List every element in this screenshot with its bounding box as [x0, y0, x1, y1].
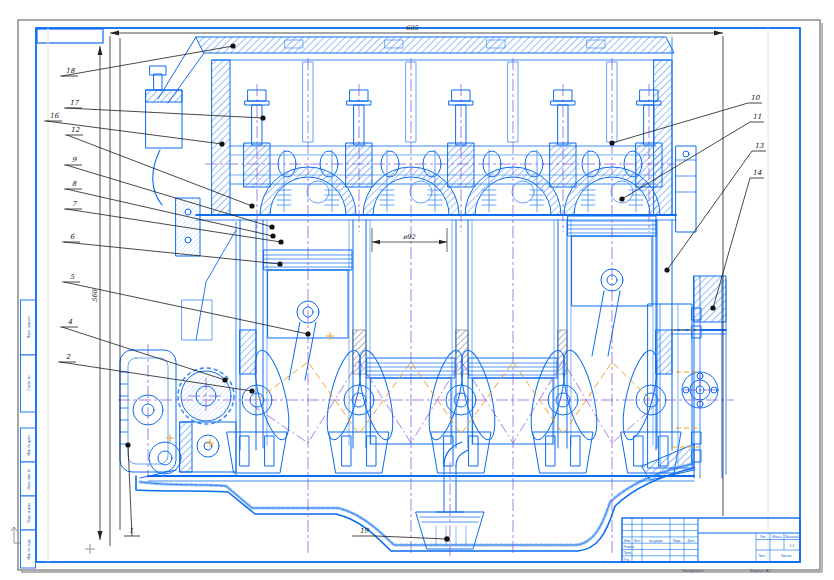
callout-label: 17 [70, 99, 80, 107]
callout-label: 8 [72, 180, 77, 188]
margin-box-label: Подп. и дата [27, 503, 31, 523]
margin-box-label: Инв. № подл. [27, 538, 31, 559]
callout-label: 13 [755, 142, 764, 150]
callout-label: 12 [71, 126, 80, 134]
footer-format-label: Формат A2 [749, 568, 771, 573]
callout-label: 10 [751, 94, 760, 102]
dim-left-value: 560 [91, 289, 99, 302]
footer-copy-label: Копировал [683, 568, 705, 573]
callout-label: 6 [70, 233, 75, 241]
callout-label: 18 [66, 67, 75, 75]
drawing-page: Перв. примен. Справ. № Инв. № дубл. Взам… [0, 0, 834, 580]
margin-box-label: Справ. № [27, 375, 31, 391]
tb-col-data: Дата [687, 539, 694, 543]
callout-label: 14 [753, 169, 762, 177]
cad-sheet-canvas[interactable]: Перв. примен. Справ. № Инв. № дубл. Взам… [0, 0, 834, 580]
callout-label: 19 [360, 527, 369, 535]
margin-box-label: Взам. инв. № [27, 468, 31, 489]
margin-box-label: Перв. примен. [27, 316, 31, 339]
tb-scale-value: 1:1 [790, 544, 795, 548]
tb-scale-label: Масштаб [785, 535, 799, 539]
callout-label: 5 [70, 273, 75, 281]
callout-label: 4 [68, 318, 73, 326]
callout-label: 1 [129, 527, 133, 535]
callout-label: 11 [753, 113, 762, 121]
callout-label: 2 [66, 353, 71, 361]
dim-bore-value: ø92 [403, 233, 416, 241]
tb-row-utv: Утв. [624, 558, 630, 562]
tb-sheet: Лист [759, 554, 766, 558]
dim-top-value: 605 [406, 24, 419, 32]
margin-column: Перв. примен. Справ. № Инв. № дубл. Взам… [21, 300, 36, 568]
margin-box-label: Инв. № дубл. [27, 434, 31, 455]
tb-mass: Масса [772, 535, 782, 539]
callout-label: 9 [72, 156, 77, 164]
tb-sheets: Листов [781, 554, 792, 558]
tb-col-list: Лист [634, 539, 641, 543]
tb-col-podp: Подп. [673, 539, 682, 543]
tb-row-razrab: Разраб. [624, 545, 636, 549]
tb-col-dokum: № докум. [649, 539, 663, 543]
tb-col-izm: Изм [624, 539, 630, 543]
top-left-stamp-box [37, 29, 103, 43]
tb-lit: Лит. [760, 535, 766, 539]
callout-label: 16 [50, 112, 59, 120]
tb-row-prov: Пров. [624, 551, 633, 555]
